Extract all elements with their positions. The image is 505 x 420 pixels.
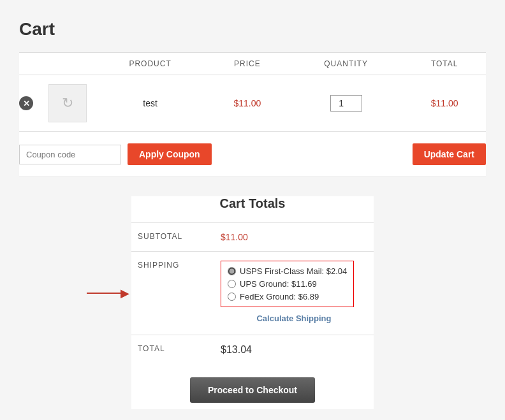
subtotal-label: SUBTOTAL [131, 223, 214, 252]
total-value: $13.04 [214, 335, 374, 365]
shipping-radio-ups[interactable] [228, 280, 236, 288]
col-header-total: TOTAL [403, 53, 486, 75]
shipping-radio-fedex[interactable] [228, 293, 236, 301]
col-header-product: PRODUCT [94, 53, 206, 75]
shipping-option-fedex[interactable]: FedEx Ground: $6.89 [228, 292, 347, 301]
product-price: $11.00 [206, 75, 289, 132]
shipping-label-fedex: FedEx Ground: $6.89 [240, 292, 319, 301]
product-thumbnail: ↻ [48, 84, 87, 122]
col-header-quantity: QUANTITY [289, 53, 404, 75]
col-header-price: PRICE [206, 53, 289, 75]
product-name: test [94, 75, 206, 132]
coupon-row: Apply Coupon Update Cart [19, 132, 486, 177]
cart-totals-section: Cart Totals SUBTOTAL $11.00 ▶ SHIPPING [19, 196, 486, 409]
shipping-options-box: USPS First-Class Mail: $2.04 UPS Ground:… [221, 261, 354, 307]
shipping-option-usps[interactable]: USPS First-Class Mail: $2.04 [228, 266, 347, 276]
shipping-label-usps: USPS First-Class Mail: $2.04 [240, 266, 347, 276]
shipping-arrow: ▶ [87, 286, 130, 300]
update-cart-button[interactable]: Update Cart [413, 143, 486, 165]
checkout-button[interactable]: Proceed to Checkout [190, 377, 315, 403]
checkout-btn-wrap: Proceed to Checkout [131, 365, 374, 409]
shipping-label: ▶ SHIPPING [131, 252, 214, 335]
calculate-shipping-link[interactable]: Calculate Shipping [221, 307, 367, 326]
product-total: $11.00 [403, 75, 486, 132]
shipping-radio-usps[interactable] [228, 267, 236, 275]
subtotal-value: $11.00 [214, 223, 374, 252]
quantity-input[interactable] [330, 95, 362, 112]
page-title: Cart [19, 19, 486, 40]
shipping-option-ups[interactable]: UPS Ground: $11.69 [228, 279, 347, 289]
shipping-label-ups: UPS Ground: $11.69 [240, 279, 317, 289]
cart-totals-title: Cart Totals [131, 196, 374, 211]
totals-table: SUBTOTAL $11.00 ▶ SHIPPING [131, 222, 374, 365]
shipping-options-cell: USPS First-Class Mail: $2.04 UPS Ground:… [214, 252, 374, 335]
cart-totals-box: Cart Totals SUBTOTAL $11.00 ▶ SHIPPING [131, 196, 374, 409]
table-row: ✕ ↻ test $11.00 $11.00 [19, 75, 486, 132]
apply-coupon-button[interactable]: Apply Coupon [128, 143, 212, 165]
cart-table: PRODUCT PRICE QUANTITY TOTAL ✕ ↻ test $1… [19, 52, 486, 132]
total-label: TOTAL [131, 335, 214, 365]
remove-item-button[interactable]: ✕ [19, 96, 33, 110]
coupon-input[interactable] [19, 145, 121, 164]
